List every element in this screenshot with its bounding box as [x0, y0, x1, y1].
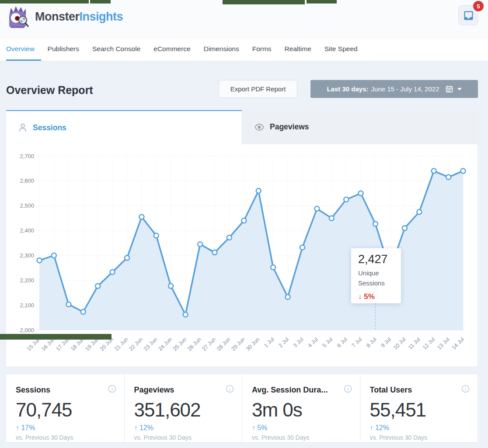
- stat-comparison-label: vs. Previous 30 Days: [134, 434, 233, 441]
- brand-monster: Monster: [35, 10, 80, 23]
- tooltip-label: Unique Sessions: [358, 268, 389, 288]
- notification-count-badge[interactable]: 5: [473, 1, 484, 11]
- info-icon[interactable]: i: [108, 385, 116, 395]
- svg-text:4 Jul: 4 Jul: [307, 336, 319, 349]
- brand-insights: Insights: [80, 10, 123, 23]
- svg-text:26 Jun: 26 Jun: [186, 336, 202, 352]
- svg-text:8 Jul: 8 Jul: [365, 336, 378, 349]
- metric-tabs: Sessions Pageviews: [6, 110, 478, 144]
- stat-change: ↑ 12%: [370, 424, 468, 432]
- svg-text:21 Jun: 21 Jun: [113, 336, 129, 352]
- chevron-down-icon: [457, 88, 462, 90]
- screen-artifact-bar: [90, 0, 111, 3]
- info-icon[interactable]: i: [344, 385, 352, 395]
- svg-text:6 Jul: 6 Jul: [336, 336, 349, 349]
- app-header: MonsterInsights 5: [0, 0, 488, 38]
- nav-tab-overview[interactable]: Overview: [6, 38, 41, 61]
- sessions-line-chart[interactable]: 2,7002,6002,5002,4002,3002,2002,1002,000…: [6, 144, 478, 366]
- stat-title: Pageviews: [134, 385, 233, 395]
- calendar-icon: [446, 85, 453, 93]
- svg-text:10 Jul: 10 Jul: [392, 336, 407, 351]
- primary-nav: Overview Publishers Search Console eComm…: [0, 38, 488, 61]
- nav-tab-site-speed[interactable]: Site Speed: [318, 38, 364, 61]
- svg-text:30 Jun: 30 Jun: [245, 336, 261, 352]
- tooltip-change: ↓ 5%: [358, 292, 401, 301]
- svg-text:2,400: 2,400: [20, 227, 34, 234]
- arrow-up-icon: ↑: [16, 424, 19, 431]
- eye-icon: [254, 122, 265, 132]
- nav-tab-ecommerce[interactable]: eCommerce: [147, 38, 197, 61]
- stat-comparison-label: vs. Previous 30 Days: [16, 434, 115, 441]
- svg-text:3 Jul: 3 Jul: [292, 336, 305, 349]
- info-icon[interactable]: i: [226, 385, 234, 395]
- arrow-up-icon: ↑: [370, 424, 373, 431]
- svg-text:2,100: 2,100: [20, 302, 34, 309]
- svg-text:2,200: 2,200: [20, 277, 34, 284]
- info-icon[interactable]: i: [461, 385, 470, 395]
- svg-text:7 Jul: 7 Jul: [351, 336, 363, 349]
- stat-title: Sessions: [16, 385, 115, 395]
- svg-text:24 Jun: 24 Jun: [157, 336, 173, 352]
- chart-area: 2,7002,6002,5002,4002,3002,2002,1002,000…: [6, 144, 478, 366]
- svg-text:13 Jul: 13 Jul: [436, 336, 450, 351]
- stat-title: Total Users: [370, 385, 468, 395]
- summary-stats-row: Sessions i 70,745 ↑ 17% vs. Previous 30 …: [6, 374, 478, 443]
- date-range-value: June 15 - July 14, 2022: [371, 85, 439, 93]
- nav-tab-publishers[interactable]: Publishers: [41, 38, 86, 61]
- svg-text:2,500: 2,500: [20, 202, 34, 209]
- monsterinsights-dashboard: MonsterInsights 5 Overview Publishers Se…: [0, 0, 488, 448]
- svg-text:1 Jul: 1 Jul: [263, 336, 275, 349]
- nav-tab-search-console[interactable]: Search Console: [86, 38, 147, 61]
- stat-card-avg-session-duration: Avg. Session Dura... i 3m 0s ↑ 5% vs. Pr…: [242, 374, 360, 442]
- chart-tooltip: 2,427 Unique Sessions ↓ 5%: [351, 248, 401, 303]
- svg-text:i: i: [112, 387, 113, 392]
- svg-text:5 Jul: 5 Jul: [321, 336, 334, 349]
- svg-text:14 Jul: 14 Jul: [451, 336, 465, 351]
- screen-artifact-bar: [307, 0, 337, 3]
- svg-text:2,600: 2,600: [20, 177, 34, 184]
- svg-text:i: i: [347, 387, 349, 392]
- date-range-label: Last 30 days:: [327, 85, 369, 93]
- svg-text:11 Jul: 11 Jul: [407, 336, 422, 351]
- svg-text:12 Jul: 12 Jul: [422, 336, 436, 351]
- svg-text:2,300: 2,300: [20, 252, 34, 259]
- overview-chart-card: Sessions Pageviews 2,7002,6002,5002,4002…: [6, 110, 478, 366]
- tab-pageviews[interactable]: Pageviews: [242, 110, 478, 144]
- stat-value: 70,745: [16, 399, 115, 421]
- nav-tab-realtime[interactable]: Realtime: [278, 38, 318, 61]
- tooltip-value: 2,427: [358, 253, 401, 266]
- screen-artifact-bar: [0, 0, 89, 3]
- nav-tab-dimensions[interactable]: Dimensions: [197, 38, 246, 61]
- stat-title: Avg. Session Dura...: [252, 385, 350, 395]
- brand-logo: MonsterInsights: [5, 4, 123, 29]
- svg-text:i: i: [229, 387, 230, 392]
- svg-text:i: i: [465, 387, 466, 392]
- svg-text:22 Jun: 22 Jun: [128, 336, 144, 352]
- svg-text:2,000: 2,000: [20, 327, 34, 333]
- inbox-icon: [463, 10, 474, 21]
- nav-tab-forms[interactable]: Forms: [246, 38, 278, 61]
- svg-text:29 Jun: 29 Jun: [230, 336, 246, 352]
- screen-artifact-bar: [223, 0, 305, 4]
- stat-value: 55,451: [370, 399, 468, 421]
- svg-text:28 Jun: 28 Jun: [216, 336, 231, 352]
- arrow-up-icon: ↑: [134, 424, 138, 431]
- screen-artifact-bar: [0, 334, 112, 340]
- stat-card-total-users: Total Users i 55,451 ↑ 12% vs. Previous …: [360, 374, 478, 442]
- stat-value: 351,602: [134, 399, 233, 421]
- svg-text:2,700: 2,700: [20, 153, 34, 160]
- stat-comparison-label: vs. Previous 30 Days: [252, 434, 350, 441]
- stat-change: ↑ 5%: [252, 424, 350, 432]
- monster-logo-icon: [5, 4, 30, 29]
- stat-change: ↑ 17%: [16, 424, 115, 432]
- page-title: Overview Report: [6, 84, 93, 97]
- tab-sessions[interactable]: Sessions: [6, 110, 242, 144]
- date-range-picker[interactable]: Last 30 days: June 15 - July 14, 2022: [310, 80, 478, 98]
- svg-text:27 Jun: 27 Jun: [201, 336, 217, 352]
- stat-card-sessions: Sessions i 70,745 ↑ 17% vs. Previous 30 …: [6, 374, 124, 442]
- export-pdf-button[interactable]: Export PDF Report: [219, 80, 297, 98]
- stat-comparison-label: vs. Previous 30 Days: [370, 434, 468, 441]
- stat-card-pageviews: Pageviews i 351,602 ↑ 12% vs. Previous 3…: [124, 374, 242, 442]
- svg-text:23 Jun: 23 Jun: [143, 336, 158, 352]
- tab-sessions-label: Sessions: [33, 123, 66, 132]
